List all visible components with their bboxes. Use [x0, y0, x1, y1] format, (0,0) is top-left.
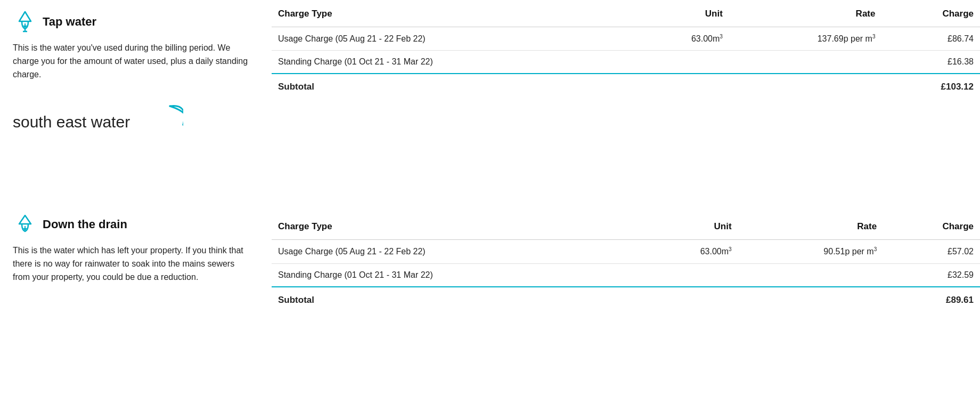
- drain-usage-rate: 90.51p per m3: [738, 240, 884, 263]
- tables-container: Charge Type Unit Rate Charge Usage Charg…: [272, 0, 980, 312]
- drain-header: Down the drain: [13, 212, 248, 237]
- tap-usage-charge-type: Usage Charge (05 Aug 21 - 22 Feb 22): [272, 27, 634, 51]
- south-east-water-logo: south east water: [13, 98, 183, 141]
- drain-standing-rate: [738, 263, 884, 287]
- tap-usage-charge: £86.74: [881, 27, 980, 51]
- header-charge: Charge: [881, 3, 980, 27]
- table-row: Standing Charge (01 Oct 21 - 31 Mar 22) …: [272, 51, 980, 74]
- table-row: Usage Charge (05 Aug 21 - 22 Feb 22) 63.…: [272, 240, 980, 263]
- tap-usage-unit: 63.00m3: [634, 27, 729, 51]
- svg-text:south east water: south east water: [13, 113, 130, 131]
- drain-title: Down the drain: [43, 218, 127, 231]
- tap-subtotal-row: Subtotal £103.12: [272, 74, 980, 99]
- drain-table-section: Charge Type Unit Rate Charge Usage Charg…: [272, 216, 980, 311]
- tap-standing-charge: £16.38: [881, 51, 980, 74]
- svg-marker-0: [19, 12, 31, 21]
- table-row: Standing Charge (01 Oct 21 - 31 Mar 22) …: [272, 263, 980, 287]
- svg-marker-5: [19, 215, 31, 224]
- page-container: Tap water This is the water you've used …: [0, 0, 980, 410]
- tap-water-header: Tap water: [13, 10, 248, 34]
- table-row: Usage Charge (05 Aug 21 - 22 Feb 22) 63.…: [272, 27, 980, 51]
- drain-header-charge-type: Charge Type: [272, 216, 641, 240]
- tap-subtotal-rate: [729, 74, 882, 99]
- drain-usage-charge: £57.02: [883, 240, 980, 263]
- drain-usage-charge-type: Usage Charge (05 Aug 21 - 22 Feb 22): [272, 240, 641, 263]
- tap-water-title: Tap water: [43, 15, 96, 29]
- drain-subtotal-value: £89.61: [883, 287, 980, 312]
- tap-usage-rate: 137.69p per m3: [729, 27, 882, 51]
- tap-subtotal-label: Subtotal: [272, 74, 634, 99]
- spacer: [13, 159, 248, 191]
- tap-standing-charge-type: Standing Charge (01 Oct 21 - 31 Mar 22): [272, 51, 634, 74]
- drain-header-rate: Rate: [738, 216, 884, 240]
- drain-standing-charge: £32.59: [883, 263, 980, 287]
- table-spacer: [272, 99, 980, 216]
- tap-standing-unit: [634, 51, 729, 74]
- header-rate: Rate: [729, 3, 882, 27]
- tap-water-section: Tap water This is the water you've used …: [13, 10, 248, 81]
- drain-standing-unit: [641, 263, 738, 287]
- tap-standing-rate: [729, 51, 882, 74]
- drain-table: Charge Type Unit Rate Charge Usage Charg…: [272, 216, 980, 311]
- left-panel: Tap water This is the water you've used …: [0, 0, 261, 410]
- tap-subtotal-value: £103.12: [881, 74, 980, 99]
- drain-header-charge: Charge: [883, 216, 980, 240]
- header-unit: Unit: [634, 3, 729, 27]
- tap-water-table-section: Charge Type Unit Rate Charge Usage Charg…: [272, 3, 980, 99]
- right-panel: Charge Type Unit Rate Charge Usage Charg…: [261, 0, 980, 410]
- drain-usage-unit: 63.00m3: [641, 240, 738, 263]
- drain-description: This is the water which has left your pr…: [13, 244, 248, 284]
- drain-icon: [13, 212, 37, 237]
- drain-header-unit: Unit: [641, 216, 738, 240]
- drain-subtotal-rate: [738, 287, 884, 312]
- tap-water-description: This is the water you've used during the…: [13, 42, 248, 81]
- drain-subtotal-label: Subtotal: [272, 287, 641, 312]
- tap-subtotal-unit: [634, 74, 729, 99]
- drain-table-header-row: Charge Type Unit Rate Charge: [272, 216, 980, 240]
- logo-area: south east water: [13, 98, 248, 143]
- drain-subtotal-unit: [641, 287, 738, 312]
- tap-water-table-header-row: Charge Type Unit Rate Charge: [272, 3, 980, 27]
- drain-subtotal-row: Subtotal £89.61: [272, 287, 980, 312]
- tap-water-table: Charge Type Unit Rate Charge Usage Charg…: [272, 3, 980, 99]
- header-charge-type: Charge Type: [272, 3, 634, 27]
- drain-section: Down the drain This is the water which h…: [13, 212, 248, 284]
- drain-standing-charge-type: Standing Charge (01 Oct 21 - 31 Mar 22): [272, 263, 641, 287]
- tap-water-icon: [13, 10, 37, 34]
